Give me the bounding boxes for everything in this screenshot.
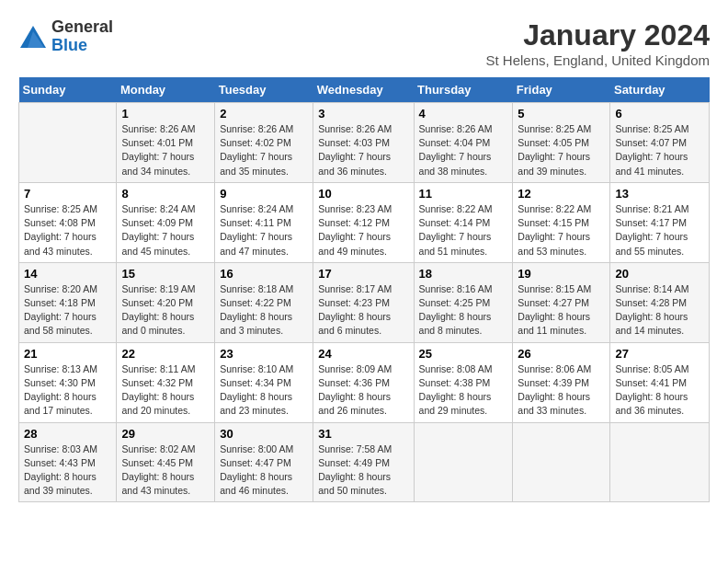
- calendar-cell: 21Sunrise: 8:13 AM Sunset: 4:30 PM Dayli…: [19, 342, 117, 422]
- day-detail: Sunrise: 8:19 AM Sunset: 4:20 PM Dayligh…: [121, 282, 210, 339]
- calendar-cell: 28Sunrise: 8:03 AM Sunset: 4:43 PM Dayli…: [19, 422, 117, 502]
- calendar-cell: 24Sunrise: 8:09 AM Sunset: 4:36 PM Dayli…: [313, 342, 414, 422]
- day-number: 25: [419, 347, 508, 361]
- day-number: 12: [518, 187, 605, 201]
- day-detail: Sunrise: 8:06 AM Sunset: 4:39 PM Dayligh…: [518, 362, 605, 419]
- calendar-cell: 9Sunrise: 8:24 AM Sunset: 4:11 PM Daylig…: [215, 182, 313, 262]
- day-number: 26: [518, 347, 605, 361]
- calendar-cell: 4Sunrise: 8:26 AM Sunset: 4:04 PM Daylig…: [414, 103, 513, 183]
- calendar-cell: 14Sunrise: 8:20 AM Sunset: 4:18 PM Dayli…: [19, 262, 117, 342]
- day-detail: Sunrise: 8:22 AM Sunset: 4:14 PM Dayligh…: [419, 202, 508, 259]
- logo-blue-text: Blue: [51, 36, 87, 54]
- calendar-cell: 1Sunrise: 8:26 AM Sunset: 4:01 PM Daylig…: [117, 103, 215, 183]
- day-detail: Sunrise: 8:25 AM Sunset: 4:07 PM Dayligh…: [615, 122, 704, 178]
- days-header-row: SundayMondayTuesdayWednesdayThursdayFrid…: [19, 77, 710, 103]
- day-number: 17: [318, 267, 408, 281]
- calendar-cell: 31Sunrise: 7:58 AM Sunset: 4:49 PM Dayli…: [313, 422, 414, 502]
- calendar-cell: 19Sunrise: 8:15 AM Sunset: 4:27 PM Dayli…: [513, 262, 610, 342]
- day-number: 6: [615, 107, 704, 121]
- day-detail: Sunrise: 8:26 AM Sunset: 4:02 PM Dayligh…: [220, 122, 308, 178]
- day-detail: Sunrise: 8:18 AM Sunset: 4:22 PM Dayligh…: [220, 282, 308, 339]
- calendar-cell: 2Sunrise: 8:26 AM Sunset: 4:02 PM Daylig…: [215, 103, 313, 183]
- day-detail: Sunrise: 8:22 AM Sunset: 4:15 PM Dayligh…: [518, 202, 605, 259]
- day-number: 21: [24, 347, 111, 361]
- calendar-cell: 29Sunrise: 8:02 AM Sunset: 4:45 PM Dayli…: [117, 422, 215, 502]
- day-number: 2: [220, 107, 308, 121]
- day-number: 14: [24, 267, 111, 281]
- day-detail: Sunrise: 8:20 AM Sunset: 4:18 PM Dayligh…: [24, 282, 111, 339]
- logo-icon: [18, 24, 48, 50]
- day-number: 23: [220, 347, 308, 361]
- calendar-title: January 2024: [486, 18, 710, 52]
- day-header-tuesday: Tuesday: [215, 77, 313, 103]
- day-detail: Sunrise: 8:00 AM Sunset: 4:47 PM Dayligh…: [220, 442, 308, 499]
- logo-general-text: General: [51, 17, 113, 36]
- day-number: 4: [419, 107, 508, 121]
- calendar-cell: 22Sunrise: 8:11 AM Sunset: 4:32 PM Dayli…: [117, 342, 215, 422]
- day-number: 31: [318, 427, 408, 441]
- day-number: 7: [24, 187, 111, 201]
- day-header-saturday: Saturday: [610, 77, 710, 103]
- calendar-subtitle: St Helens, England, United Kingdom: [486, 52, 710, 68]
- calendar-cell: 6Sunrise: 8:25 AM Sunset: 4:07 PM Daylig…: [610, 103, 710, 183]
- day-number: 27: [615, 347, 704, 361]
- day-detail: Sunrise: 8:24 AM Sunset: 4:09 PM Dayligh…: [121, 202, 210, 259]
- day-number: 18: [419, 267, 508, 281]
- day-detail: Sunrise: 8:26 AM Sunset: 4:03 PM Dayligh…: [318, 122, 408, 178]
- day-detail: Sunrise: 8:10 AM Sunset: 4:34 PM Dayligh…: [220, 362, 308, 419]
- header: General Blue January 2024 St Helens, Eng…: [18, 18, 710, 68]
- day-detail: Sunrise: 8:25 AM Sunset: 4:08 PM Dayligh…: [24, 202, 111, 259]
- day-number: 13: [615, 187, 704, 201]
- calendar-cell: [19, 103, 117, 183]
- calendar-cell: [513, 422, 610, 502]
- calendar-cell: 5Sunrise: 8:25 AM Sunset: 4:05 PM Daylig…: [513, 103, 610, 183]
- day-number: 20: [615, 267, 704, 281]
- day-detail: Sunrise: 8:08 AM Sunset: 4:38 PM Dayligh…: [419, 362, 508, 419]
- day-header-friday: Friday: [513, 77, 610, 103]
- day-header-sunday: Sunday: [19, 77, 117, 103]
- day-detail: Sunrise: 8:26 AM Sunset: 4:01 PM Dayligh…: [121, 122, 210, 178]
- day-number: 29: [121, 427, 210, 441]
- day-number: 16: [220, 267, 308, 281]
- calendar-cell: 26Sunrise: 8:06 AM Sunset: 4:39 PM Dayli…: [513, 342, 610, 422]
- day-number: 28: [24, 427, 111, 441]
- calendar-cell: 16Sunrise: 8:18 AM Sunset: 4:22 PM Dayli…: [215, 262, 313, 342]
- day-number: 5: [518, 107, 605, 121]
- day-number: 19: [518, 267, 605, 281]
- title-area: January 2024 St Helens, England, United …: [486, 18, 710, 68]
- day-detail: Sunrise: 8:15 AM Sunset: 4:27 PM Dayligh…: [518, 282, 605, 339]
- day-detail: Sunrise: 8:25 AM Sunset: 4:05 PM Dayligh…: [518, 122, 605, 178]
- day-detail: Sunrise: 8:16 AM Sunset: 4:25 PM Dayligh…: [419, 282, 508, 339]
- calendar-cell: 27Sunrise: 8:05 AM Sunset: 4:41 PM Dayli…: [610, 342, 710, 422]
- week-row-2: 14Sunrise: 8:20 AM Sunset: 4:18 PM Dayli…: [19, 262, 710, 342]
- day-number: 11: [419, 187, 508, 201]
- calendar-cell: 11Sunrise: 8:22 AM Sunset: 4:14 PM Dayli…: [414, 182, 513, 262]
- day-detail: Sunrise: 8:17 AM Sunset: 4:23 PM Dayligh…: [318, 282, 408, 339]
- week-row-1: 7Sunrise: 8:25 AM Sunset: 4:08 PM Daylig…: [19, 182, 710, 262]
- day-detail: Sunrise: 8:11 AM Sunset: 4:32 PM Dayligh…: [121, 362, 210, 419]
- calendar-body: 1Sunrise: 8:26 AM Sunset: 4:01 PM Daylig…: [19, 103, 710, 502]
- day-detail: Sunrise: 8:26 AM Sunset: 4:04 PM Dayligh…: [419, 122, 508, 178]
- calendar-cell: 25Sunrise: 8:08 AM Sunset: 4:38 PM Dayli…: [414, 342, 513, 422]
- day-header-thursday: Thursday: [414, 77, 513, 103]
- day-number: 10: [318, 187, 408, 201]
- day-number: 24: [318, 347, 408, 361]
- day-number: 15: [121, 267, 210, 281]
- calendar-cell: 15Sunrise: 8:19 AM Sunset: 4:20 PM Dayli…: [117, 262, 215, 342]
- calendar-cell: 23Sunrise: 8:10 AM Sunset: 4:34 PM Dayli…: [215, 342, 313, 422]
- calendar-cell: [610, 422, 710, 502]
- day-detail: Sunrise: 8:23 AM Sunset: 4:12 PM Dayligh…: [318, 202, 408, 259]
- day-detail: Sunrise: 8:09 AM Sunset: 4:36 PM Dayligh…: [318, 362, 408, 419]
- day-number: 3: [318, 107, 408, 121]
- calendar-cell: 12Sunrise: 8:22 AM Sunset: 4:15 PM Dayli…: [513, 182, 610, 262]
- calendar-cell: 10Sunrise: 8:23 AM Sunset: 4:12 PM Dayli…: [313, 182, 414, 262]
- calendar-table: SundayMondayTuesdayWednesdayThursdayFrid…: [18, 77, 710, 502]
- day-detail: Sunrise: 7:58 AM Sunset: 4:49 PM Dayligh…: [318, 442, 408, 499]
- day-number: 1: [121, 107, 210, 121]
- day-detail: Sunrise: 8:14 AM Sunset: 4:28 PM Dayligh…: [615, 282, 704, 339]
- logo: General Blue: [18, 18, 113, 55]
- week-row-0: 1Sunrise: 8:26 AM Sunset: 4:01 PM Daylig…: [19, 103, 710, 183]
- day-number: 30: [220, 427, 308, 441]
- day-detail: Sunrise: 8:13 AM Sunset: 4:30 PM Dayligh…: [24, 362, 111, 419]
- calendar-cell: 18Sunrise: 8:16 AM Sunset: 4:25 PM Dayli…: [414, 262, 513, 342]
